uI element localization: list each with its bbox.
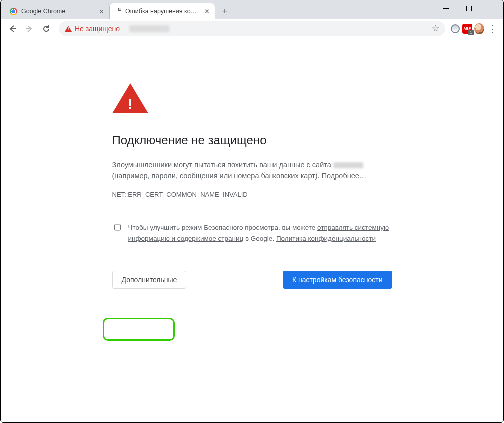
bookmark-star-icon[interactable]: ☆: [432, 24, 439, 34]
not-secure-label: Не защищено: [75, 25, 120, 33]
back-to-safety-button[interactable]: К настройкам безопасности: [283, 271, 392, 289]
tab-label: Ошибка нарушения конфиденц: [125, 8, 199, 15]
learn-more-link[interactable]: Подробнее…: [322, 172, 367, 180]
profile-avatar[interactable]: [474, 24, 484, 34]
tab-label: Google Chrome: [21, 8, 93, 15]
warning-triangle-icon: [65, 26, 72, 32]
browser-window: Google Chrome ✕ Ошибка нарушения конфиде…: [0, 0, 504, 423]
maximize-icon: [466, 6, 472, 12]
error-code: NET::ERR_CERT_COMMON_NAME_INVALID: [112, 191, 392, 198]
minimize-icon: [443, 6, 449, 12]
arrow-left-icon: [8, 24, 17, 34]
window-controls: [434, 0, 503, 20]
chrome-icon: [10, 8, 17, 16]
desc-text: (например, пароли, сообщения или номера …: [112, 172, 322, 180]
button-row: Дополнительные К настройкам безопасности: [112, 271, 392, 289]
url-text-obscured: [129, 26, 169, 32]
close-tab-icon[interactable]: ✕: [203, 8, 211, 16]
arrow-right-icon: [25, 24, 34, 34]
toolbar: Не защищено ☆ ⋮: [1, 20, 503, 38]
close-tab-icon[interactable]: ✕: [97, 8, 105, 16]
close-window-button[interactable]: [480, 0, 503, 16]
document-icon: [115, 8, 121, 16]
button-label: Дополнительные: [122, 276, 177, 284]
optin-text: Чтобы улучшить режим Безопасного просмот…: [128, 224, 318, 232]
address-bar[interactable]: Не защищено ☆: [59, 22, 445, 36]
ssl-error-interstitial: Подключение не защищено Злоумышленники м…: [112, 84, 392, 289]
desc-text: Злоумышленники могут пытаться похитить в…: [112, 161, 333, 169]
button-label: К настройкам безопасности: [292, 276, 383, 284]
optin-checkbox[interactable]: [114, 224, 121, 232]
back-button[interactable]: [5, 22, 20, 36]
chrome-menu-button[interactable]: ⋮: [486, 24, 499, 34]
tab-google-chrome[interactable]: Google Chrome ✕: [5, 4, 110, 20]
forward-button[interactable]: [22, 22, 37, 36]
advanced-button[interactable]: Дополнительные: [112, 271, 187, 289]
tab-privacy-error[interactable]: Ошибка нарушения конфиденц ✕: [110, 4, 215, 20]
yandex-extension-icon[interactable]: [450, 24, 460, 34]
site-name-obscured: [333, 162, 363, 168]
close-icon: [489, 6, 495, 12]
reload-button[interactable]: [39, 22, 54, 36]
maximize-button[interactable]: [457, 0, 480, 16]
error-description: Злоумышленники могут пытаться похитить в…: [112, 160, 392, 182]
warning-triangle-large-icon: [112, 84, 148, 114]
safe-browsing-optin: Чтобы улучшить режим Безопасного просмот…: [112, 222, 392, 244]
tab-strip: Google Chrome ✕ Ошибка нарушения конфиде…: [1, 0, 503, 20]
svg-rect-1: [466, 6, 471, 11]
page-title: Подключение не защищено: [112, 134, 392, 148]
new-tab-button[interactable]: +: [218, 4, 232, 18]
reload-icon: [42, 24, 51, 34]
adblock-plus-extension-icon[interactable]: [462, 24, 472, 34]
not-secure-chip[interactable]: Не защищено: [65, 25, 125, 33]
minimize-button[interactable]: [434, 0, 457, 16]
optin-text: в Google.: [245, 235, 276, 242]
abp-icon: [462, 24, 472, 34]
privacy-policy-link[interactable]: Политика конфиденциальности: [276, 235, 376, 242]
page-content: Подключение не защищено Злоумышленники м…: [1, 38, 503, 422]
